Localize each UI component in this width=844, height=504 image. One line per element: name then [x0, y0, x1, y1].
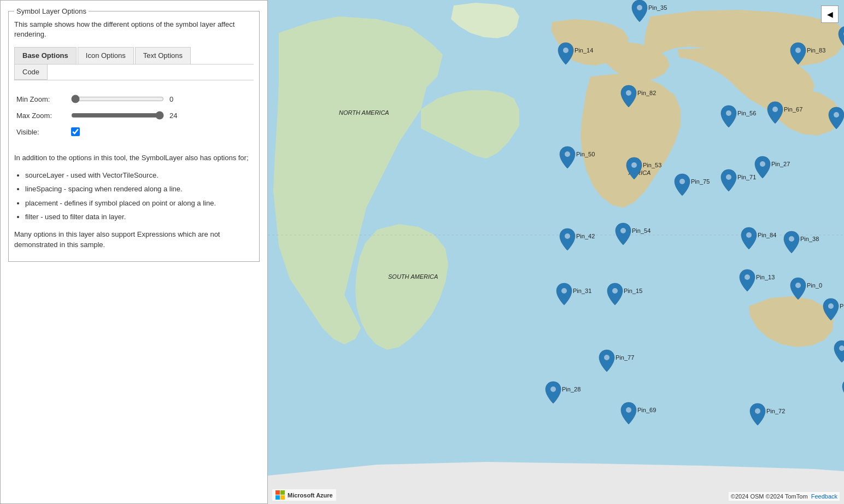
azure-sq2 [280, 490, 285, 495]
svg-point-81 [626, 407, 631, 413]
svg-text:Pin_83: Pin_83 [807, 47, 825, 54]
svg-point-65 [612, 288, 618, 294]
max-zoom-slider-container: 24 [71, 111, 183, 120]
svg-text:Pin_15: Pin_15 [624, 288, 642, 294]
panel-description: This sample shows how the different opti… [14, 20, 254, 39]
svg-text:Pin_0: Pin_0 [807, 282, 822, 289]
azure-sq4 [280, 495, 285, 500]
bullet-item: lineSpacing - spacing when rendered alon… [25, 184, 254, 195]
svg-point-47 [746, 232, 752, 238]
svg-point-23 [772, 107, 778, 112]
feedback-link[interactable]: Feedback [811, 493, 837, 500]
svg-point-67 [828, 303, 834, 309]
info-para2: Many options in this layer also support … [14, 229, 254, 250]
svg-text:NORTH AMERICA: NORTH AMERICA [339, 109, 389, 116]
visible-label: Visible: [16, 128, 71, 136]
svg-text:SOUTH AMERICA: SOUTH AMERICA [388, 273, 438, 280]
svg-point-43 [565, 233, 570, 239]
svg-point-33 [565, 151, 570, 157]
svg-text:Pin_72: Pin_72 [766, 408, 785, 414]
svg-text:Pin_77: Pin_77 [616, 354, 634, 361]
bullet-item: filter - used to filter data in layer. [25, 212, 254, 222]
tab-code[interactable]: Code [14, 65, 48, 80]
tab-text-options[interactable]: Text Options [135, 47, 191, 64]
azure-sq3 [276, 495, 280, 500]
svg-point-75 [604, 355, 609, 360]
svg-point-63 [561, 288, 567, 294]
max-zoom-row: Max Zoom: 24 [16, 111, 251, 120]
map-collapse-button[interactable]: ◀ [821, 5, 839, 23]
svg-text:Pin_56: Pin_56 [737, 110, 756, 116]
max-zoom-slider[interactable] [71, 111, 164, 120]
svg-text:Pin_42: Pin_42 [576, 233, 595, 239]
panel-title: Symbol Layer Options [14, 7, 89, 15]
min-zoom-slider-container: 0 [71, 95, 183, 103]
min-zoom-slider[interactable] [71, 95, 164, 103]
options-area: Min Zoom: 0 Max Zoom: 24 Visible: [14, 90, 254, 148]
svg-point-35 [631, 162, 637, 168]
svg-text:Pin_67: Pin_67 [784, 106, 802, 113]
svg-text:Pin_69: Pin_69 [637, 407, 656, 413]
svg-point-21 [726, 110, 731, 116]
azure-logo-icon [276, 490, 285, 500]
min-zoom-row: Min Zoom: 0 [16, 95, 251, 103]
svg-text:Pin_27: Pin_27 [771, 161, 790, 167]
svg-text:Pin_13: Pin_13 [756, 274, 775, 280]
visible-checkbox[interactable] [71, 127, 80, 136]
svg-point-45 [620, 228, 626, 233]
map-attribution: ©2024 OSM ©2024 TomTom Feedback [729, 492, 840, 501]
svg-point-25 [834, 112, 839, 118]
azure-attribution: Microsoft Azure [272, 489, 336, 501]
svg-point-37 [679, 179, 685, 184]
svg-text:Pin_82: Pin_82 [637, 90, 656, 96]
min-zoom-label: Min Zoom: [16, 95, 71, 103]
svg-text:Pin_14: Pin_14 [575, 47, 593, 54]
azure-label: Microsoft Azure [288, 492, 333, 499]
svg-text:Pin_31: Pin_31 [573, 288, 591, 294]
svg-text:Pin_71: Pin_71 [737, 174, 756, 180]
svg-text:Pin_28: Pin_28 [562, 386, 581, 392]
svg-point-5 [637, 5, 642, 10]
svg-point-19 [795, 48, 801, 53]
svg-point-57 [745, 274, 750, 280]
svg-text:Pin_53: Pin_53 [643, 162, 661, 168]
attribution-text: ©2024 OSM ©2024 TomTom [731, 493, 808, 500]
svg-text:Pin_35: Pin_35 [648, 4, 667, 11]
bullet-item: sourceLayer - used with VectorTileSource… [25, 170, 254, 181]
bullet-item: placement - defines if symbol placed on … [25, 198, 254, 209]
svg-text:Pin_38: Pin_38 [800, 236, 819, 242]
tab-icon-options[interactable]: Icon Options [78, 47, 134, 64]
svg-point-7 [563, 48, 568, 53]
bullet-list: sourceLayer - used with VectorTileSource… [14, 170, 254, 222]
tab-base-options[interactable]: Base Options [14, 47, 77, 64]
svg-text:Pin_50: Pin_50 [576, 151, 595, 157]
svg-text:Pin_84: Pin_84 [758, 232, 776, 238]
svg-point-27 [760, 161, 765, 167]
info-para1: In addition to the options in this tool,… [14, 153, 254, 163]
svg-text:Pin_73: Pin_73 [840, 303, 844, 309]
svg-point-9 [626, 90, 631, 96]
tabs-row1: Base Options Icon Options Text Options [14, 47, 254, 65]
left-panel: Symbol Layer Options This sample shows h… [0, 0, 268, 504]
max-zoom-value: 24 [169, 112, 183, 120]
svg-point-49 [789, 236, 794, 242]
azure-sq1 [276, 490, 280, 495]
svg-point-79 [550, 386, 556, 392]
map-svg: NORTH AMERICA SOUTH AMERICA AFRICA Pin_3… [268, 0, 844, 504]
svg-point-39 [726, 174, 731, 180]
svg-text:Pin_75: Pin_75 [691, 178, 710, 185]
svg-point-83 [755, 408, 760, 414]
svg-text:Pin_54: Pin_54 [632, 227, 650, 234]
min-zoom-value: 0 [169, 95, 183, 103]
svg-point-59 [795, 283, 801, 288]
visible-row: Visible: [16, 127, 251, 136]
map-area[interactable]: NORTH AMERICA SOUTH AMERICA AFRICA Pin_3… [268, 0, 844, 504]
max-zoom-label: Max Zoom: [16, 112, 71, 120]
tabs-row2: Code [14, 65, 254, 80]
